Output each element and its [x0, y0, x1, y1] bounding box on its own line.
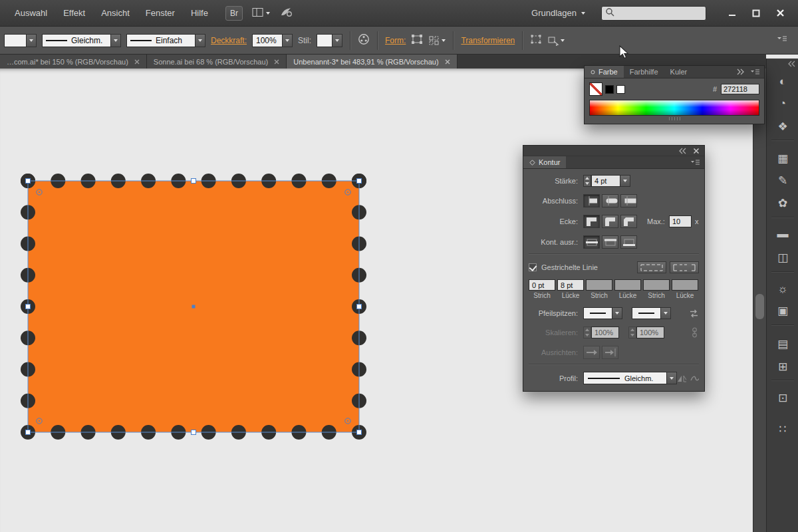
dash-1-input[interactable]	[529, 279, 555, 291]
dash-2-input[interactable]	[586, 279, 612, 291]
pattern-options-button[interactable]	[428, 35, 446, 46]
dock-icon-appearance[interactable]: ☼	[767, 279, 798, 299]
close-panel-icon[interactable]	[693, 148, 700, 154]
search-input[interactable]	[617, 9, 702, 18]
menu-ansicht[interactable]: Ansicht	[93, 8, 138, 18]
maximize-button[interactable]	[746, 7, 766, 20]
arrowhead-start-dropdown[interactable]	[612, 307, 622, 319]
menu-fenster[interactable]: Fenster	[138, 8, 183, 18]
tab-farbe[interactable]: Farbe	[585, 66, 624, 78]
width-profile-combo[interactable]: Gleichm.	[583, 372, 677, 384]
dock-icon-artboards[interactable]: ⊞	[767, 356, 798, 376]
menu-hilfe[interactable]: Hilfe	[183, 8, 216, 18]
shape-link[interactable]: Form:	[385, 36, 406, 45]
dock-icon-graphic-styles[interactable]: ▣	[767, 301, 798, 321]
document-tab-3-active[interactable]: Unbenannt-3* bei 483,91 % (RGB/Vorschau)	[287, 55, 457, 68]
panel-resize-grip[interactable]	[589, 116, 759, 122]
arrange-documents-button[interactable]	[252, 7, 270, 19]
shape-properties-button[interactable]	[411, 34, 423, 47]
butt-cap-button[interactable]	[583, 194, 600, 207]
tab-kontur[interactable]: Kontur	[523, 156, 566, 168]
weight-stepper[interactable]	[583, 175, 591, 187]
dock-icon-symbols[interactable]: ✿	[767, 193, 798, 213]
dock-icon-stroke[interactable]: ▬	[767, 224, 798, 244]
align-stroke-inside-button[interactable]	[602, 235, 618, 249]
opacity-link[interactable]: Deckkraft:	[211, 36, 247, 45]
step-up-icon[interactable]	[585, 177, 589, 180]
dock-icon-layers[interactable]: ▤	[767, 334, 798, 354]
dock-icon-color[interactable]: ◐	[767, 72, 798, 92]
dashed-line-checkbox[interactable]	[529, 263, 537, 271]
share-screen-button[interactable]	[279, 7, 293, 19]
arrowhead-end-combo[interactable]	[632, 307, 671, 319]
minimize-button[interactable]	[722, 7, 742, 20]
gap-1-input[interactable]	[557, 279, 584, 291]
align-stroke-outside-button[interactable]	[620, 235, 637, 249]
opacity-combo[interactable]	[252, 34, 293, 47]
graphic-style-combo[interactable]	[317, 34, 342, 47]
white-swatch[interactable]	[616, 85, 625, 94]
bevel-join-button[interactable]	[620, 215, 637, 228]
variable-width-profile-combo[interactable]: Gleichm.	[42, 34, 121, 47]
left-mini-combo[interactable]	[4, 34, 37, 47]
color-spectrum-bar[interactable]	[589, 100, 759, 116]
dock-icon-kuler[interactable]: ❖	[767, 116, 798, 136]
menu-auswahl[interactable]: Auswahl	[7, 8, 55, 18]
none-color-swatch[interactable]	[589, 82, 602, 96]
transform-link[interactable]: Transformieren	[461, 36, 515, 45]
expand-dock-button[interactable]	[787, 60, 796, 69]
close-icon[interactable]	[445, 59, 450, 65]
profile-dropdown[interactable]	[667, 372, 677, 384]
round-cap-button[interactable]	[602, 194, 618, 207]
align-stroke-center-button[interactable]	[583, 235, 600, 249]
gap-2-input[interactable]	[614, 279, 641, 291]
arrowhead-end-dropdown[interactable]	[661, 307, 671, 319]
dock-icon-navigator[interactable]: ⊡	[767, 388, 798, 408]
workspace-switcher[interactable]: Grundlagen	[531, 8, 585, 18]
dash-3-input[interactable]	[643, 279, 670, 291]
vertical-scrollbar[interactable]	[753, 68, 766, 532]
double-chevron-right-icon[interactable]	[736, 68, 745, 75]
isolate-selection-button[interactable]	[547, 35, 565, 46]
arrowhead-start-combo[interactable]	[583, 307, 622, 319]
recolor-artwork-button[interactable]	[358, 33, 370, 47]
document-tab-1[interactable]: …com.ai* bei 150 % (RGB/Vorschau)	[0, 55, 147, 68]
bridge-button[interactable]: Br	[225, 6, 243, 21]
round-join-button[interactable]	[602, 215, 618, 228]
scrollbar-thumb[interactable]	[755, 294, 764, 319]
panel-menu-icon[interactable]	[750, 68, 760, 75]
close-button[interactable]	[770, 7, 790, 20]
weight-dropdown-button[interactable]	[620, 175, 630, 187]
dock-icon-color-guide[interactable]: ◔	[767, 94, 798, 114]
dock-icon-transparency[interactable]: ◫	[767, 247, 798, 267]
hex-input[interactable]	[721, 84, 759, 94]
bounding-box-button[interactable]	[530, 34, 542, 47]
tab-farbhilfe[interactable]: Farbhilfe	[624, 66, 664, 78]
gap-3-input[interactable]	[672, 279, 698, 291]
projecting-cap-button[interactable]	[620, 194, 637, 207]
search-box[interactable]	[601, 6, 706, 21]
black-swatch[interactable]	[605, 85, 614, 94]
brush-definition-combo[interactable]: Einfach	[126, 34, 205, 47]
swap-arrowheads-icon[interactable]	[689, 309, 699, 319]
stroke-panel-titlebar[interactable]	[523, 146, 704, 156]
miter-join-button[interactable]	[583, 215, 600, 228]
center-point[interactable]	[192, 305, 196, 309]
close-icon[interactable]	[134, 59, 140, 65]
collapse-panel-icon[interactable]	[678, 148, 687, 154]
document-tab-2[interactable]: Sonne.ai bei 68 % (RGB/Vorschau)	[147, 55, 287, 68]
panel-menu-icon[interactable]	[690, 159, 700, 166]
align-dash-corners-button[interactable]	[670, 261, 699, 273]
miter-limit-input[interactable]	[669, 215, 692, 227]
control-panel-menu-button[interactable]	[777, 35, 787, 45]
dock-icon-align[interactable]: ∷	[767, 419, 798, 439]
weight-input[interactable]	[591, 175, 620, 187]
dock-icon-brushes[interactable]: ✎	[767, 170, 798, 190]
tab-kuler[interactable]: Kuler	[664, 66, 694, 78]
opacity-input[interactable]	[256, 36, 279, 45]
menu-effekt[interactable]: Effekt	[55, 8, 93, 18]
preserve-dash-button[interactable]	[637, 261, 666, 273]
dock-icon-swatches[interactable]: ▦	[767, 148, 798, 168]
step-down-icon[interactable]	[585, 182, 589, 185]
close-icon[interactable]	[274, 59, 279, 65]
